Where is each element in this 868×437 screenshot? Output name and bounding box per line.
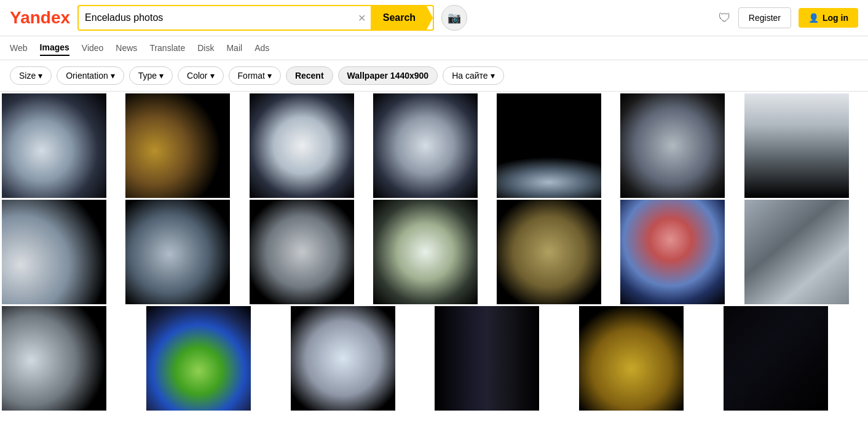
login-button[interactable]: 👤 Log in (799, 8, 858, 28)
header: Yandex ✕ Search 📷 🛡 Register 👤 Log in (0, 0, 868, 36)
camera-icon: 📷 (448, 11, 461, 25)
image-cell-r1c5[interactable] (497, 93, 601, 198)
nav-mail[interactable]: Mail (226, 41, 242, 55)
filter-orientation-label: Orientation (66, 71, 108, 81)
image-cell-r1c1[interactable] (2, 93, 106, 198)
image-cell-r1c7[interactable] (744, 93, 849, 198)
clear-button[interactable]: ✕ (353, 10, 371, 26)
shield-button[interactable]: 🛡 (719, 11, 731, 25)
filter-na-saite-label: На сайте (452, 71, 487, 81)
register-label: Register (749, 13, 781, 23)
search-button[interactable]: Search (371, 6, 433, 30)
image-cell-r3c5[interactable] (579, 306, 684, 411)
orientation-chevron-icon: ▾ (111, 71, 115, 81)
image-cell-r2c7[interactable] (744, 200, 849, 304)
image-cell-r2c1[interactable] (2, 200, 106, 304)
nav-disk[interactable]: Disk (197, 41, 214, 55)
filter-size-label: Size (19, 71, 36, 81)
search-form: ✕ Search (77, 5, 434, 31)
filter-color[interactable]: Color ▾ (178, 66, 223, 85)
filter-recent[interactable]: Recent (286, 66, 333, 85)
image-cell-r3c4[interactable] (435, 306, 539, 411)
search-button-label: Search (383, 12, 416, 23)
nav-news[interactable]: News (116, 41, 137, 55)
na-saite-chevron-icon: ▾ (491, 71, 495, 81)
image-cell-r1c2[interactable] (125, 93, 230, 198)
camera-search-button[interactable]: 📷 (441, 5, 467, 31)
filter-na-saite[interactable]: На сайте ▾ (443, 66, 503, 85)
filter-type[interactable]: Type ▾ (129, 66, 173, 85)
nav-web[interactable]: Web (10, 41, 28, 55)
filter-wallpaper[interactable]: Wallpaper 1440x900 (338, 66, 438, 85)
color-chevron-icon: ▾ (210, 71, 215, 81)
register-button[interactable]: Register (738, 7, 791, 28)
image-cell-r1c4[interactable] (373, 93, 478, 198)
image-cell-r2c3[interactable] (250, 200, 354, 304)
shield-icon: 🛡 (719, 11, 731, 25)
image-cell-r2c6[interactable] (620, 200, 725, 304)
size-chevron-icon: ▾ (38, 71, 42, 81)
filter-size[interactable]: Size ▾ (10, 66, 52, 85)
format-chevron-icon: ▾ (267, 71, 272, 81)
image-cell-r2c4[interactable] (373, 200, 478, 304)
header-right: 🛡 Register 👤 Log in (719, 7, 858, 28)
logo-y: Y (10, 8, 20, 27)
image-cell-r3c6[interactable] (724, 306, 828, 411)
filter-format-label: Format (238, 71, 265, 81)
filter-orientation[interactable]: Orientation ▾ (57, 66, 124, 85)
filter-format[interactable]: Format ▾ (229, 66, 281, 85)
user-icon: 👤 (808, 13, 819, 23)
login-label: Log in (823, 13, 848, 23)
image-cell-r3c1[interactable] (2, 306, 106, 411)
nav-ads[interactable]: Ads (254, 41, 269, 55)
image-cell-r3c2[interactable] (146, 306, 251, 411)
yandex-logo[interactable]: Yandex (10, 8, 70, 28)
image-cell-r2c5[interactable] (497, 200, 601, 304)
logo-andex: andex (20, 8, 70, 27)
image-row-3 (2, 306, 866, 411)
nav-video[interactable]: Video (82, 41, 104, 55)
image-row-1 (2, 93, 866, 198)
filter-type-label: Type (138, 71, 157, 81)
image-cell-r2c2[interactable] (125, 200, 230, 304)
search-input[interactable] (79, 7, 353, 28)
nav-translate[interactable]: Translate (149, 41, 185, 55)
filter-recent-label: Recent (295, 71, 324, 81)
filter-bar: Size ▾ Orientation ▾ Type ▾ Color ▾ Form… (0, 60, 868, 92)
clear-icon: ✕ (358, 13, 366, 23)
image-row-2 (2, 200, 866, 304)
nav-images[interactable]: Images (40, 40, 69, 56)
type-chevron-icon: ▾ (159, 71, 164, 81)
image-grid-container (0, 92, 868, 414)
image-cell-r1c3[interactable] (250, 93, 354, 198)
image-cell-r1c6[interactable] (620, 93, 725, 198)
image-cell-r3c3[interactable] (291, 306, 395, 411)
filter-color-label: Color (187, 71, 207, 81)
filter-wallpaper-label: Wallpaper 1440x900 (347, 71, 429, 81)
navigation: Web Images Video News Translate Disk Mai… (0, 36, 868, 60)
